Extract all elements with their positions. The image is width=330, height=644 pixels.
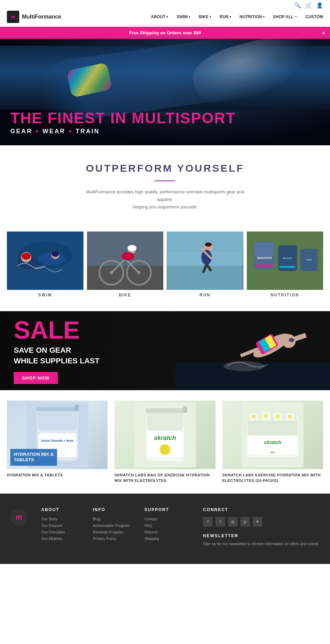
hero-text-block: THE FINEST IN MULTISPORT GEAR + WEAR + T… — [10, 111, 236, 135]
svg-rect-65 — [145, 408, 185, 413]
hero-title: THE FINEST IN MULTISPORT — [10, 111, 236, 126]
svg-rect-60 — [147, 411, 183, 430]
account-icon[interactable]: 👤 — [316, 2, 323, 9]
product-skratch-bag[interactable]: skratch SKRATCH LABS BAG OF EXERCISE HYD… — [114, 400, 215, 483]
promo-close[interactable]: × — [322, 30, 325, 36]
product-skratch-box-name: SKRATCH LABS EXERCISE HYDRATION MIX WITH… — [222, 473, 323, 483]
footer-logo-icon: m — [10, 509, 28, 526]
sale-title: SALE — [14, 318, 99, 342]
svg-rect-56 — [36, 407, 79, 411]
footer-link-faq[interactable]: FAQ — [144, 523, 182, 528]
nav-nutrition[interactable]: NUTRITION▾ — [240, 14, 265, 19]
svg-point-29 — [205, 242, 212, 247]
svg-text:SKRATCH: SKRATCH — [257, 256, 272, 260]
product-skratch-bag-name: SKRATCH LABS BAG OF EXERCISE HYDRATION M… — [114, 473, 215, 483]
nav-custom[interactable]: CUSTOM — [305, 14, 323, 19]
sale-content: SALE SAVE ON GEAR WHILE SUPPLIES LAST SH… — [0, 318, 99, 384]
category-nutrition[interactable]: SKRATCH skratch EPIX NUTRITION — [247, 231, 323, 297]
footer-logo: m — [10, 507, 28, 547]
outperform-section: OUTPERFORM YOURSELF MultiFormance provid… — [0, 145, 330, 231]
svg-point-77 — [264, 414, 267, 418]
footer-link-blog[interactable]: Blog — [93, 517, 131, 521]
svg-point-76 — [252, 415, 255, 418]
logo[interactable]: m MultiFormance — [7, 11, 61, 23]
promo-text: Free Shipping on Orders over $99 — [129, 30, 201, 35]
footer-link-returns[interactable]: Returns — [144, 530, 182, 534]
nav-about[interactable]: ABOUT▾ — [151, 14, 168, 19]
footer-link-our-story[interactable]: Our Story — [41, 517, 79, 521]
svg-text:EPIX: EPIX — [306, 259, 312, 261]
svg-rect-32 — [255, 242, 274, 256]
twitter-icon[interactable]: t — [216, 517, 225, 527]
product-skratch-box[interactable]: skratch labs SKRATCH LABS EXERCISE HYDRA… — [222, 400, 323, 483]
footer-about-col: ABOUT Our Story Our Purpose Our Principl… — [41, 507, 79, 547]
product-hydration[interactable]: lemon limeade + brew HYDRATION MIX &TABL… — [7, 400, 108, 483]
products-section: lemon limeade + brew HYDRATION MIX &TABL… — [0, 390, 330, 494]
rss-icon[interactable]: ✦ — [253, 517, 262, 527]
outperform-divider — [155, 180, 175, 181]
social-icons: f t ◎ p ✦ — [203, 517, 320, 527]
footer-link-rewards[interactable]: Rewards Program — [93, 530, 131, 534]
svg-rect-39 — [279, 266, 296, 268]
svg-text:skratch: skratch — [264, 440, 281, 445]
svg-rect-57 — [75, 405, 79, 411]
category-bike-label: BIKE — [87, 293, 164, 297]
nav-bike[interactable]: BIKE▾ — [199, 14, 211, 19]
footer-link-our-principles[interactable]: Our Principles — [41, 530, 79, 534]
svg-point-79 — [288, 415, 292, 418]
footer-link-our-athletes[interactable]: Our Athletes — [41, 536, 79, 541]
facebook-icon[interactable]: f — [203, 517, 213, 527]
hero-section: THE FINEST IN MULTISPORT GEAR + WEAR + T… — [0, 39, 330, 145]
footer: m ABOUT Our Story Our Purpose Our Princi… — [0, 494, 330, 564]
footer-link-contact[interactable]: Contact — [144, 517, 182, 521]
pinterest-icon[interactable]: p — [240, 517, 250, 527]
svg-rect-38 — [256, 264, 273, 267]
category-swim-label: SWIM — [7, 293, 84, 297]
footer-link-privacy[interactable]: Privacy Policy — [93, 536, 131, 541]
svg-point-7 — [52, 251, 59, 257]
instagram-icon[interactable]: ◎ — [228, 517, 238, 527]
footer-info-col: INFO Blog Ambassador Program Rewards Pro… — [93, 507, 131, 547]
svg-point-78 — [276, 415, 279, 418]
svg-point-19 — [128, 245, 136, 251]
product-hydration-name: HYDRATION MIX & TABLETS — [7, 473, 108, 478]
svg-rect-66 — [183, 406, 187, 413]
svg-rect-69 — [248, 420, 298, 436]
footer-info-title: INFO — [93, 507, 131, 512]
outperform-title: OUTPERFORM YOURSELF — [10, 162, 320, 174]
svg-rect-9 — [87, 266, 163, 290]
svg-point-6 — [22, 253, 31, 260]
svg-text:skratch: skratch — [154, 434, 176, 441]
svg-text:lemon limeade + brew: lemon limeade + brew — [41, 439, 74, 442]
category-run[interactable]: RUN — [167, 231, 243, 297]
nav-run[interactable]: RUN▾ — [220, 14, 231, 19]
cart-icon[interactable]: 🛒 — [305, 2, 312, 9]
category-swim[interactable]: SWIM — [7, 231, 84, 297]
svg-point-18 — [122, 252, 134, 260]
hydration-label-overlay: HYDRATION MIX &TABLETS — [10, 449, 57, 466]
svg-text:labs: labs — [270, 451, 275, 454]
svg-point-64 — [161, 445, 169, 454]
newsletter-title: NEWSLETTER — [203, 533, 320, 538]
category-run-label: RUN — [167, 293, 243, 297]
footer-support-title: SUPPORT — [144, 507, 182, 512]
footer-about-title: ABOUT — [41, 507, 79, 512]
nav-links: ABOUT▾ SWIM▾ BIKE▾ RUN▾ NUTRITION▾ SHOP … — [151, 14, 323, 19]
search-icon[interactable]: 🔍 — [294, 2, 301, 9]
footer-support-col: SUPPORT Contact FAQ Returns Shipping — [144, 507, 182, 547]
shop-now-button[interactable]: SHOP NOW — [14, 372, 58, 384]
footer-link-shipping[interactable]: Shipping — [144, 536, 182, 541]
svg-rect-53 — [37, 410, 77, 430]
category-bike[interactable]: BIKE — [87, 231, 164, 297]
nav-swim[interactable]: SWIM▾ — [176, 14, 190, 19]
footer-link-our-purpose[interactable]: Our Purpose — [41, 523, 79, 528]
footer-link-ambassador[interactable]: Ambassador Program — [93, 523, 131, 528]
sale-banner: SALE SAVE ON GEAR WHILE SUPPLIES LAST SH… — [0, 311, 330, 390]
sale-subtitle: SAVE ON GEAR WHILE SUPPLIES LAST — [14, 345, 99, 366]
nav-shop-all[interactable]: SHOP ALL ~ — [273, 14, 297, 19]
hero-subtitle: GEAR + WEAR + TRAIN — [10, 128, 236, 135]
logo-initial: m — [11, 14, 15, 20]
logo-text: MultiFormance — [22, 14, 61, 20]
category-nutrition-label: NUTRITION — [247, 293, 323, 297]
promo-bar: Free Shipping on Orders over $99 × — [0, 27, 330, 39]
